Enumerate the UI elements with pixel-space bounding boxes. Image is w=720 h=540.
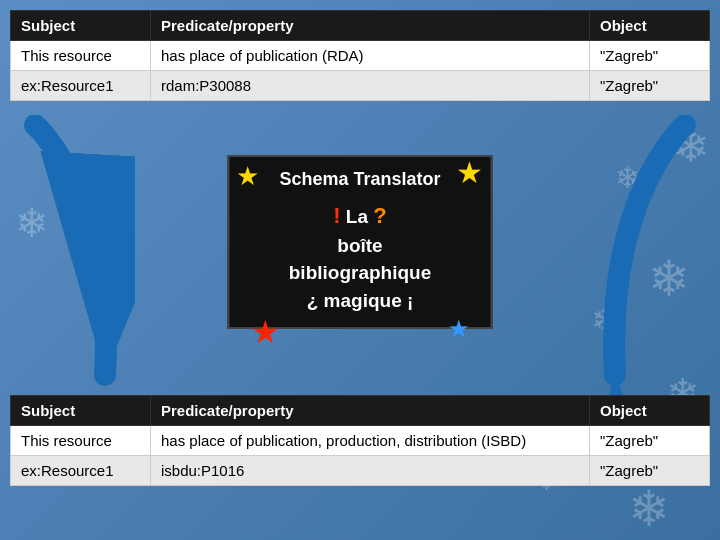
table-row: ex:Resource1 isbdu:P1016 "Zagreb" [11,456,710,486]
bottom-row2-subject: ex:Resource1 [11,456,151,486]
bottom-header-predicate: Predicate/property [151,396,590,426]
bottom-row1-object: "Zagreb" [590,426,710,456]
top-header-object: Object [590,11,710,41]
star-bottomright-icon: ★ [448,315,470,343]
exclaim-icon: ! [333,203,340,228]
top-row2-predicate: rdam:P30088 [151,71,590,101]
top-table: Subject Predicate/property Object This r… [10,10,710,101]
left-arrow-icon [15,115,135,395]
table-row: ex:Resource1 rdam:P30088 "Zagreb" [11,71,710,101]
schema-line4: ¿ magique ¡ [307,290,414,311]
bottom-row2-object: "Zagreb" [590,456,710,486]
bottom-table: Subject Predicate/property Object This r… [10,395,710,486]
schema-line3: bibliographique [289,262,432,283]
bottom-row2-predicate: isbdu:P1016 [151,456,590,486]
schema-la: La [346,206,373,227]
top-row2-object: "Zagreb" [590,71,710,101]
top-row1-predicate: has place of publication (RDA) [151,41,590,71]
schema-title: Schema Translator [246,169,475,190]
top-row1-subject: This resource [11,41,151,71]
star-bottomleft-icon: ★ [251,313,280,351]
star-topleft-icon: ★ [236,161,259,192]
bottom-table-section: Subject Predicate/property Object This r… [10,395,710,486]
schema-line2: boîte [337,235,382,256]
top-header-subject: Subject [11,11,151,41]
table-row: This resource has place of publication (… [11,41,710,71]
right-arrow-icon [585,115,705,395]
table-row: This resource has place of publication, … [11,426,710,456]
bottom-header-subject: Subject [11,396,151,426]
top-table-section: Subject Predicate/property Object This r… [10,10,710,101]
star-topright-icon: ★ [456,155,483,190]
snowflake-9: ❄ [628,480,670,538]
schema-translator-box: ★ ★ ★ ★ Schema Translator ! La ? boîte b… [228,155,493,329]
schema-content: ! La ? boîte bibliographique ¿ magique ¡ [246,200,475,315]
top-header-predicate: Predicate/property [151,11,590,41]
top-row1-object: "Zagreb" [590,41,710,71]
top-row2-subject: ex:Resource1 [11,71,151,101]
bottom-row1-predicate: has place of publication, production, di… [151,426,590,456]
question-icon: ? [373,203,386,228]
bottom-header-object: Object [590,396,710,426]
bottom-row1-subject: This resource [11,426,151,456]
